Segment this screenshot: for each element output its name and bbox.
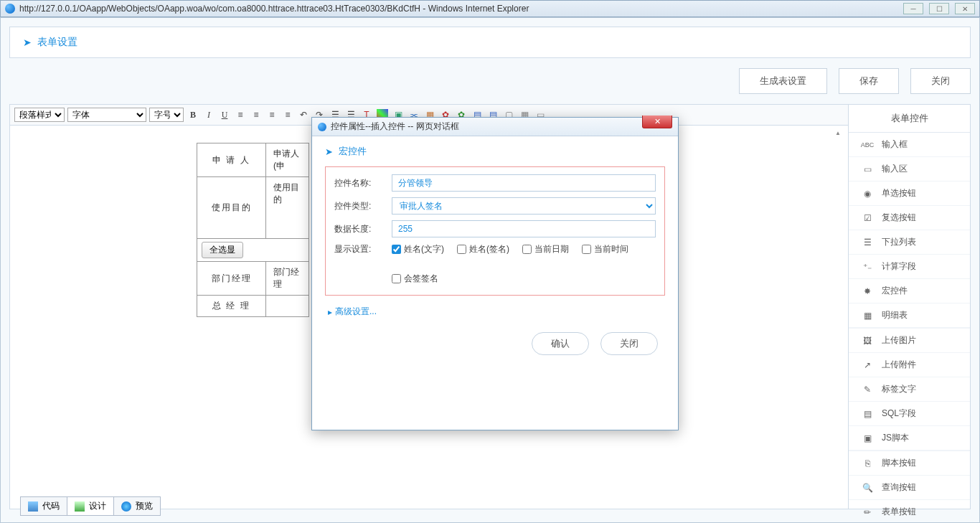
chk-current-date[interactable]: 当前日期 (522, 243, 569, 255)
dialog-subtitle: 宏控件 (339, 145, 367, 158)
design-icon (75, 501, 85, 512)
dialog-subtitle-row: ➤ 宏控件 (312, 136, 678, 166)
sidebar-item-form-btn[interactable]: ✏表单按钮 (849, 500, 970, 523)
sidebar-item-label: 下拉列表 (882, 236, 916, 248)
font-size-select[interactable]: 字号 (149, 108, 184, 122)
ie-icon (318, 123, 326, 131)
window-close-button[interactable]: ✕ (955, 3, 975, 14)
advanced-settings-link[interactable]: ▸ 高级设置... (325, 296, 380, 328)
align-justify-icon[interactable]: ≡ (281, 108, 294, 121)
dialog-close-button[interactable]: 关闭 (600, 332, 658, 355)
display-settings-label: 显示设置: (334, 243, 383, 255)
dialog-close-x-button[interactable]: ✕ (642, 116, 672, 128)
sidebar-item-detail-table[interactable]: ▦明细表 (849, 303, 970, 328)
window-minimize-button[interactable]: ─ (903, 3, 923, 14)
bold-icon[interactable]: B (187, 108, 199, 121)
font-family-select[interactable]: 字体 (67, 108, 146, 122)
sidebar-item-sql[interactable]: ▤SQL字段 (849, 402, 970, 426)
chk-label: 姓名(文字) (404, 243, 444, 255)
control-type-select[interactable]: 审批人签名 (392, 197, 656, 215)
chk-current-time[interactable]: 当前时间 (582, 243, 628, 255)
sidebar-item-label: 表单按钮 (882, 506, 916, 518)
chevron-right-icon: ▸ (328, 307, 332, 317)
image-icon: 🖼 (862, 335, 873, 347)
align-right-icon[interactable]: ≡ (265, 108, 278, 121)
control-name-label: 控件名称: (334, 177, 383, 189)
general-manager-value[interactable] (266, 296, 309, 317)
chk-name-sign[interactable]: 姓名(签名) (457, 243, 509, 255)
chk-current-time-input[interactable] (582, 245, 591, 254)
align-center-icon[interactable]: ≡ (250, 108, 263, 121)
applicant-label: 申 请 人 (197, 143, 266, 177)
tab-label: 代码 (42, 500, 60, 512)
sidebar-item-input[interactable]: ABC输入框 (849, 133, 970, 157)
general-manager-label: 总 经 理 (197, 296, 266, 317)
sidebar-item-macro[interactable]: ✸宏控件 (849, 279, 970, 303)
scroll-up-icon[interactable] (835, 127, 847, 141)
select-all-button[interactable]: 全选显 (202, 242, 243, 258)
radio-icon: ◉ (862, 188, 873, 199)
table-row: 全选显 (197, 239, 309, 262)
sidebar-item-calc[interactable]: ⁺₋计算字段 (849, 255, 970, 279)
panel-header: ➤ 表单设置 (9, 27, 971, 58)
wand-icon: ✎ (862, 384, 873, 395)
chk-name-sign-input[interactable] (457, 245, 466, 254)
chevron-right-icon: ➤ (23, 37, 32, 48)
sidebar-item-upload-file[interactable]: ↗上传附件 (849, 353, 970, 377)
sidebar-item-label: 上传附件 (882, 359, 916, 371)
dept-manager-value[interactable]: 部门经理 (266, 262, 309, 296)
search-icon: 🔍 (862, 482, 873, 494)
italic-icon[interactable]: I (202, 108, 215, 121)
chk-countersign[interactable]: 会签签名 (392, 273, 656, 285)
sidebar-item-dropdown[interactable]: ☰下拉列表 (849, 230, 970, 255)
control-type-label: 控件类型: (334, 200, 383, 212)
sidebar-item-query-btn[interactable]: 🔍查询按钮 (849, 476, 970, 500)
undo-icon[interactable]: ↶ (297, 108, 310, 121)
abc-icon: ABC (862, 139, 873, 151)
tab-code[interactable]: 代码 (20, 496, 67, 516)
sidebar-item-label: 复选按钮 (882, 212, 916, 224)
control-name-input[interactable] (392, 174, 656, 192)
close-button[interactable]: 关闭 (910, 68, 971, 94)
sidebar-item-label: 标签文字 (882, 383, 916, 395)
paragraph-style-select[interactable]: 段落样式 (14, 108, 65, 122)
sidebar-item-textarea[interactable]: ▭输入区 (849, 157, 970, 182)
align-left-icon[interactable]: ≡ (234, 108, 247, 121)
sidebar-item-js[interactable]: ▣JS脚本 (849, 426, 970, 451)
dialog-ok-button[interactable]: 确认 (532, 332, 589, 355)
tab-design[interactable]: 设计 (67, 496, 114, 516)
advanced-settings-label: 高级设置... (335, 306, 377, 318)
chk-name-text-input[interactable] (392, 245, 401, 254)
chk-name-text[interactable]: 姓名(文字) (392, 243, 444, 255)
sidebar-item-upload-image[interactable]: 🖼上传图片 (849, 329, 970, 353)
chk-label: 会签签名 (404, 273, 438, 285)
checkbox-icon: ☑ (862, 212, 873, 224)
sidebar-item-script-btn[interactable]: ⎘脚本按钮 (849, 451, 970, 476)
calc-icon: ⁺₋ (862, 261, 873, 273)
panel-title: 表单设置 (37, 36, 77, 49)
data-length-input[interactable] (392, 220, 656, 237)
form-table: 申 请 人 申请人(申 使用目的 使用目的 全选显 部门经理 部门经理 (197, 143, 309, 317)
applicant-value[interactable]: 申请人(申 (266, 143, 309, 177)
sidebar-item-label: 计算字段 (882, 260, 916, 273)
pencil-icon: ✏ (862, 506, 873, 518)
generate-table-button[interactable]: 生成表设置 (739, 68, 827, 94)
gear-icon: ✸ (862, 286, 873, 297)
table-row: 部门经理 部门经理 (197, 262, 309, 296)
copy-icon: ⎘ (862, 458, 873, 469)
chk-label: 姓名(签名) (469, 243, 509, 255)
save-button[interactable]: 保存 (839, 68, 899, 94)
sidebar-item-label[interactable]: ✎标签文字 (849, 377, 970, 402)
sidebar-item-radio[interactable]: ◉单选按钮 (849, 182, 970, 206)
tab-label: 预览 (136, 500, 153, 512)
chk-current-date-input[interactable] (522, 245, 532, 254)
attach-icon: ↗ (862, 359, 873, 371)
purpose-value[interactable]: 使用目的 (266, 177, 309, 239)
sidebar-item-checkbox[interactable]: ☑复选按钮 (849, 206, 970, 230)
tab-preview[interactable]: 预览 (114, 496, 161, 516)
chk-countersign-input[interactable] (392, 274, 401, 283)
window-maximize-button[interactable]: ☐ (929, 3, 949, 14)
table-row: 申 请 人 申请人(申 (197, 143, 309, 177)
dialog-titlebar[interactable]: 控件属性--插入控件 -- 网页对话框 ✕ (312, 118, 678, 136)
underline-icon[interactable]: U (218, 108, 231, 121)
